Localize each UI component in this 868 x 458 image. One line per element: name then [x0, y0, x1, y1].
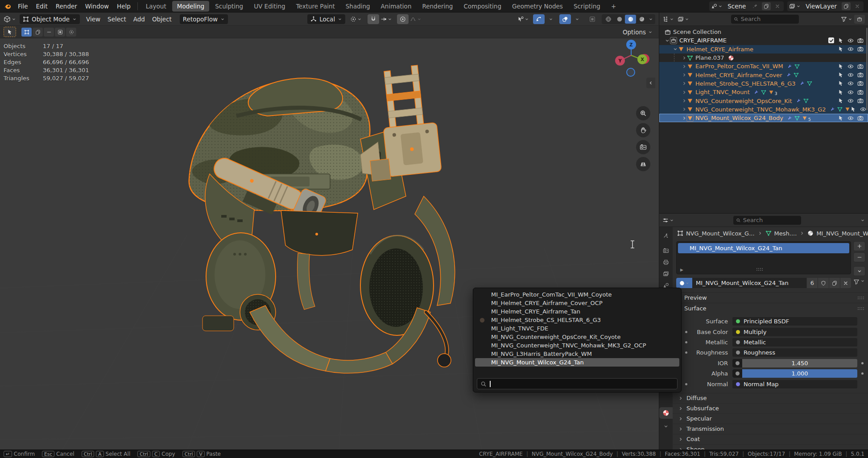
proportional-editing-toggle[interactable]: [397, 14, 409, 24]
unlink-material-icon[interactable]: [840, 278, 851, 288]
render-camera-icon[interactable]: [857, 46, 864, 52]
transform-orientation-selector[interactable]: Local: [307, 14, 345, 24]
display-mode-icon[interactable]: [678, 16, 689, 22]
section-specular[interactable]: Specular: [673, 413, 868, 424]
shading-dropdown[interactable]: [647, 15, 654, 24]
shading-material-preview-button[interactable]: [625, 15, 636, 24]
selectable-icon[interactable]: [838, 46, 844, 52]
blender-logo-icon[interactable]: [4, 3, 11, 10]
camera-view-button[interactable]: [636, 140, 650, 154]
popup-search-field[interactable]: [477, 378, 678, 389]
hide-eye-icon[interactable]: [847, 72, 854, 78]
editor-type-3d-viewport-icon[interactable]: [4, 16, 16, 23]
menu-edit[interactable]: Edit: [32, 0, 52, 12]
selectable-icon[interactable]: [838, 37, 844, 44]
collapsed-chevron-icon[interactable]: [682, 55, 687, 61]
delete-viewlayer-icon[interactable]: [853, 2, 862, 10]
render-camera-icon[interactable]: [857, 89, 864, 95]
delete-scene-icon[interactable]: [773, 2, 782, 10]
panel-header-surface[interactable]: Surface: [673, 303, 868, 314]
hide-eye-icon[interactable]: [847, 63, 854, 70]
pivot-point-selector[interactable]: [349, 14, 363, 24]
select-mode-subtract-button[interactable]: [44, 28, 54, 37]
zoom-button[interactable]: [636, 106, 650, 120]
outliner-scrollbar[interactable]: [866, 28, 868, 110]
workspace-tab-uv-editing[interactable]: UV Editing: [249, 1, 290, 12]
outliner-row-object[interactable]: Helmet_CRYE_Airframe: [659, 45, 868, 54]
animate-dot[interactable]: [861, 362, 864, 364]
popup-item[interactable]: MI_Helmet_CRYE_Airframe_Tan: [475, 307, 679, 316]
gizmo-y-axis[interactable]: Y: [615, 56, 625, 66]
select-mode-invert-button[interactable]: [55, 28, 65, 37]
select-mode-intersect-button[interactable]: [66, 28, 76, 37]
properties-options-dropdown[interactable]: [860, 218, 865, 223]
material-slot-list[interactable]: MI_NVG_Mount_Wilcox_G24_Tan ▶: [676, 241, 851, 274]
proportional-falloff-selector[interactable]: [409, 14, 423, 24]
active-tool-select-box-button[interactable]: [4, 27, 16, 37]
new-scene-icon[interactable]: [762, 2, 771, 10]
list-resize-grip[interactable]: [756, 266, 763, 272]
helmet-3d-model[interactable]: [183, 62, 477, 375]
slot-specials-dropdown[interactable]: [853, 266, 865, 276]
tab-view-layer[interactable]: [659, 268, 673, 280]
material-name-field[interactable]: MI_NVG_Mount_Wilcox_G24_Tan: [692, 278, 806, 288]
animate-dot[interactable]: [861, 372, 864, 375]
metallic-field[interactable]: Metallic: [732, 338, 857, 347]
options-dropdown[interactable]: Options: [623, 29, 653, 36]
collapsed-chevron-icon[interactable]: [682, 81, 687, 86]
render-camera-icon[interactable]: [857, 98, 864, 104]
shading-wireframe-button[interactable]: [603, 15, 614, 24]
browse-material-button[interactable]: [676, 278, 692, 288]
hide-eye-icon[interactable]: [860, 106, 866, 112]
hide-eye-icon[interactable]: [847, 89, 854, 95]
menu-object[interactable]: Object: [149, 12, 175, 26]
workspace-tab-layout[interactable]: Layout: [141, 1, 171, 12]
surface-shader-field[interactable]: Principled BSDF: [732, 317, 857, 326]
tab-output[interactable]: [659, 256, 673, 268]
collapsed-chevron-icon[interactable]: [682, 90, 687, 95]
overlays-dropdown[interactable]: [571, 14, 583, 24]
material-slot-active[interactable]: MI_NVG_Mount_Wilcox_G24_Tan: [678, 243, 849, 253]
render-camera-icon[interactable]: [857, 37, 864, 44]
menu-file[interactable]: File: [14, 0, 32, 12]
viewlayer-selector[interactable]: ViewLayer: [787, 1, 864, 11]
menu-window[interactable]: Window: [81, 0, 113, 12]
section-transmission[interactable]: Transmission: [673, 424, 868, 434]
properties-search[interactable]: [733, 216, 801, 225]
menu-help[interactable]: Help: [113, 0, 135, 12]
popup-item[interactable]: MI_Helmet_Strobe_CS_HELSTAR_6_G3: [475, 316, 679, 324]
outliner-row-object[interactable]: NVG_Counterweight_OpsCore_Kit: [659, 96, 868, 105]
viewlayer-icon[interactable]: [789, 3, 801, 9]
snap-toggle[interactable]: [368, 14, 379, 24]
section-diffuse[interactable]: Diffuse: [673, 393, 868, 403]
collapsed-chevron-icon[interactable]: [682, 72, 687, 78]
workspace-tab-animation[interactable]: Animation: [376, 1, 417, 12]
filter-icon[interactable]: [841, 16, 852, 22]
shading-rendered-button[interactable]: [636, 15, 647, 24]
popup-item-highlighted[interactable]: MI_NVG_Mount_Wilcox_G24_Tan: [475, 358, 679, 367]
workspace-tab-scripting[interactable]: Scripting: [569, 1, 605, 12]
popup-item[interactable]: MI_Light_TNVC_FDE: [475, 324, 679, 333]
outliner-row-object[interactable]: Light_TNVC_Mount 3: [659, 88, 868, 96]
properties-search-input[interactable]: [743, 217, 798, 223]
xray-toggle[interactable]: [587, 14, 598, 24]
base-color-field[interactable]: Multiply: [732, 328, 857, 336]
popup-item[interactable]: MI_NVG_Counterweight_TNVC_Mohawk_MK3_G2_…: [475, 341, 679, 350]
snap-target-selector[interactable]: [379, 14, 393, 24]
editor-type-properties-icon[interactable]: [662, 217, 674, 223]
selectable-icon[interactable]: [838, 72, 844, 78]
selectable-icon[interactable]: [838, 115, 844, 121]
menu-view[interactable]: View: [83, 12, 104, 26]
workspace-tab-sculpting[interactable]: Sculpting: [210, 1, 248, 12]
new-viewlayer-icon[interactable]: [842, 2, 851, 10]
hide-eye-icon[interactable]: [847, 80, 854, 87]
remove-slot-button[interactable]: [853, 252, 865, 262]
pan-hand-button[interactable]: [636, 123, 650, 137]
hide-eye-icon[interactable]: [847, 115, 854, 121]
gizmos-dropdown[interactable]: [545, 14, 557, 24]
selectability-visibility-dropdown[interactable]: [516, 14, 530, 24]
tab-render[interactable]: [659, 245, 673, 256]
collapsed-chevron-icon[interactable]: [682, 116, 687, 121]
menu-select[interactable]: Select: [104, 12, 130, 26]
popup-item[interactable]: MI_EarPro_Peltor_ComTac_VII_WM_Coyote: [475, 290, 679, 299]
